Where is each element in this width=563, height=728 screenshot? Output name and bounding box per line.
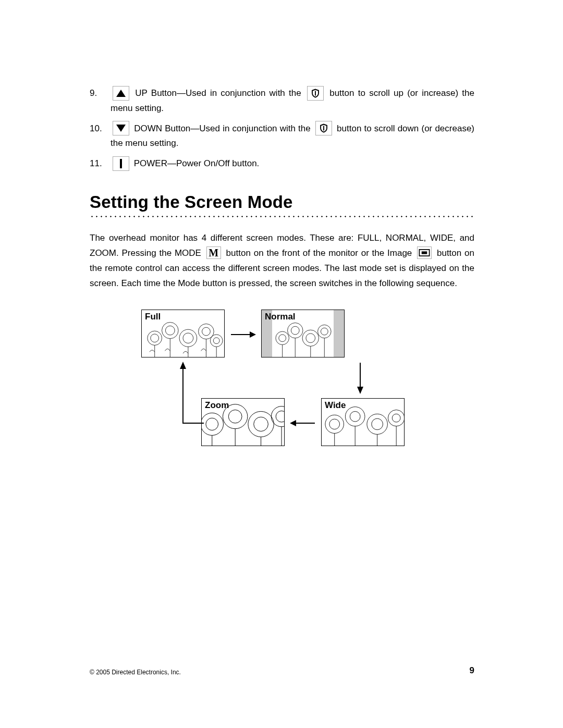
arrow-right-icon [230,329,256,340]
menu-shield-icon [315,121,332,135]
label-wide: Wide [325,400,346,411]
down-triangle-icon [113,121,129,135]
svg-point-8 [179,330,197,347]
svg-point-19 [306,334,315,343]
copyright-text: © 2005 Directed Electronics, Inc. [90,669,181,676]
power-icon [113,156,129,171]
svg-point-9 [183,334,193,344]
arrow-left-icon [290,418,316,428]
svg-point-17 [291,327,299,335]
svg-point-33 [350,412,360,422]
svg-point-23 [206,418,218,430]
svg-point-26 [248,412,274,437]
svg-marker-44 [180,362,186,369]
list-number: 9. [90,86,111,115]
svg-point-35 [372,419,383,430]
svg-rect-3 [422,252,427,254]
svg-marker-41 [357,387,363,394]
svg-point-22 [202,413,223,436]
item11-text: POWER—Power On/Off button. [134,158,260,168]
svg-point-6 [162,323,179,339]
image-rect-icon [417,246,432,259]
para-seg-2: button on the front of the monitor or th… [226,248,412,258]
svg-point-12 [210,335,223,347]
svg-point-11 [202,328,211,336]
svg-point-28 [271,406,284,427]
page-number: 9 [470,665,474,676]
svg-point-21 [321,328,328,336]
page-footer: © 2005 Directed Electronics, Inc. 9 [90,665,474,676]
svg-point-25 [228,410,242,423]
heading-text: Setting the Screen Mode [90,192,474,212]
screenshot-zoom: Zoom [201,398,285,446]
list-number: 10. [90,121,111,151]
svg-point-30 [325,415,344,434]
mode-sequence-diagram: Full Normal [136,310,428,455]
screenshot-full: Full [141,310,225,357]
svg-point-32 [345,407,365,426]
section-paragraph: The overhead monitor has 4 different scr… [90,231,474,291]
svg-point-20 [318,325,332,338]
list-item-11: 11. POWER—Power On/Off button. [90,156,474,171]
label-normal: Normal [265,312,296,322]
svg-marker-39 [250,331,256,338]
screenshot-wide: Wide [321,398,405,446]
list-number: 11. [90,156,111,171]
up-triangle-icon [113,86,129,101]
menu-shield-icon [307,86,324,101]
item10-text-pre: DOWN Button—Used in conjunction with the [134,124,311,133]
label-full: Full [145,312,161,322]
svg-point-27 [254,417,268,431]
svg-marker-43 [290,420,296,426]
svg-point-13 [213,338,219,344]
screenshot-normal: Normal [261,310,345,357]
svg-point-5 [151,334,159,342]
svg-point-34 [367,414,388,435]
svg-point-4 [148,331,162,346]
svg-point-37 [392,414,400,423]
svg-point-29 [276,411,284,423]
svg-point-31 [329,419,340,430]
item9-text-pre: UP Button—Used in conjunction with the [135,88,301,98]
button-definitions-list: 9. UP Button—Used in conjunction with th… [90,86,474,171]
list-item-9: 9. UP Button—Used in conjunction with th… [90,86,474,115]
mode-m-icon: M [206,246,221,259]
pillarbox-right [334,310,344,357]
label-zoom: Zoom [205,400,229,411]
svg-point-14 [276,332,289,345]
section-heading: Setting the Screen Mode [90,192,474,219]
arrow-down-icon [355,362,365,394]
manual-page: 9. UP Button—Used in conjunction with th… [0,0,563,728]
svg-point-18 [302,330,319,347]
svg-point-36 [388,410,404,426]
svg-point-16 [288,323,303,338]
svg-point-7 [165,326,175,336]
svg-point-15 [279,335,286,342]
list-item-10: 10. DOWN Button—Used in conjunction with… [90,121,474,151]
dotted-rule [90,214,474,219]
